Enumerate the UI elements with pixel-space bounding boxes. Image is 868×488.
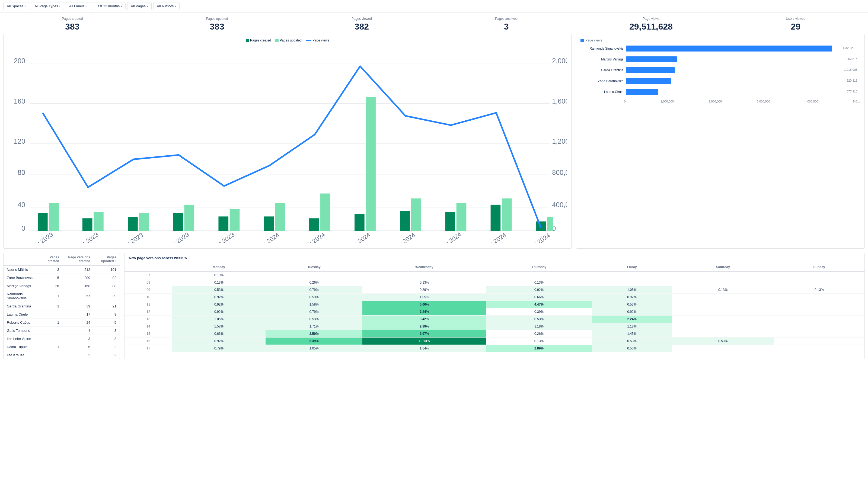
author-name-gerda: Gerda Grantiņa	[583, 68, 626, 72]
bar-created-jun	[491, 205, 501, 231]
cell-name: Lauma Cirule	[3, 310, 39, 318]
heatmap-cell-thursday: 4.47%	[486, 301, 592, 308]
heatmap-cell-wednesday: 1.05%	[362, 293, 486, 301]
author-value-martins: 1,062,814	[844, 57, 858, 61]
table-row: Gerda Grantiņa 1 39 21	[3, 302, 120, 310]
authors-chart: Page views Raimonds Simanovskis 4,328,23…	[576, 34, 865, 249]
heatmap-row: 160.92%5.39%10.13%0.13%0.53%0.53%	[124, 337, 865, 345]
heatmap-cell-tuesday	[266, 271, 362, 279]
authors-table: Pages created Page versions created Page…	[3, 253, 120, 359]
bar-updated-jul	[547, 217, 553, 231]
svg-text:2,000,000: 2,000,000	[552, 57, 567, 65]
heatmap-cell-tuesday: 1.05%	[266, 345, 362, 352]
svg-text:Nov 2023: Nov 2023	[165, 231, 190, 243]
heatmap-cell-monday: 0.92%	[172, 308, 266, 315]
stat-page-views: Page views 29,511,628	[579, 17, 723, 32]
heatmap-cell-sunday	[774, 271, 865, 279]
table-header-row: Pages created Page versions created Page…	[3, 253, 120, 265]
heatmap-hour: 15	[124, 330, 172, 337]
bar-updated-jun	[502, 198, 512, 231]
authors-bar-list: Raimonds Simanovskis 4,328,23… Mārtiņš V…	[581, 45, 860, 95]
filter-all-spaces[interactable]: All Spaces ▾	[3, 2, 29, 10]
stat-pages-archived-value: 3	[434, 22, 579, 32]
heatmap-cell-sunday	[774, 315, 865, 323]
heatmap-cell-sunday: 0.13%	[774, 286, 865, 293]
svg-text:Jan 2024: Jan 2024	[256, 231, 281, 243]
heatmap-cell-monday: 0.13%	[172, 271, 266, 279]
svg-text:Feb 2024: Feb 2024	[301, 231, 326, 243]
bar-created-dec	[218, 216, 228, 231]
cell-pages-updated: 29	[94, 290, 120, 302]
filter-all-spaces-label: All Spaces	[7, 4, 23, 8]
heatmap-hour: 09	[124, 286, 172, 293]
heatmap-cell-tuesday: 1.71%	[266, 323, 362, 330]
filter-all-page-types[interactable]: All Page Types ▾	[31, 2, 64, 10]
heatmap-cell-friday	[592, 279, 672, 286]
heatmap-cell-tuesday: 2.50%	[266, 330, 362, 337]
col-pages-created: Pages created	[39, 253, 62, 265]
author-name-martins: Mārtiņš Vanags	[583, 58, 626, 61]
author-bar-container-raimonds: 4,328,23…	[626, 45, 838, 52]
cell-pages-created	[39, 334, 62, 343]
svg-text:120: 120	[14, 137, 25, 145]
heatmap-cell-thursday: 0.66%	[486, 293, 592, 301]
author-name-zane: Zane Baranovska	[583, 79, 626, 83]
heatmap-row: 170.79%1.05%1.84%2.89%0.53%	[124, 345, 865, 352]
heatmap-cell-wednesday: 0.13%	[362, 279, 486, 286]
bar-created-sep	[83, 218, 93, 231]
cell-pages-updated: 3	[94, 334, 120, 343]
cell-page-versions: 3	[62, 334, 94, 343]
bar-created-may	[445, 212, 455, 231]
table-row: Mārtiņš Vanags 26 168 88	[3, 282, 120, 290]
author-row-martins: Mārtiņš Vanags 1,062,814	[583, 56, 838, 62]
legend-pages-created: Pages created	[246, 38, 271, 42]
col-name	[3, 253, 39, 265]
heatmap-cell-wednesday: 6.97%	[362, 330, 486, 337]
bar-updated-oct	[139, 214, 149, 231]
legend-page-views: Page views	[306, 38, 329, 42]
bar-created-mar	[354, 214, 365, 231]
stat-pages-updated-value: 383	[145, 22, 289, 32]
cell-name: Gatis Tomsons	[3, 326, 39, 334]
filter-all-labels[interactable]: All Labels ▾	[66, 2, 90, 10]
author-bar-container-martins: 1,062,814	[626, 56, 838, 62]
author-name-raimonds: Raimonds Simanovskis	[583, 46, 626, 51]
legend-pages-created-dot	[246, 39, 249, 42]
stat-pages-viewed-label: Pages viewed	[289, 17, 434, 21]
table-row: Ilze Leite-Apine 3 3	[3, 334, 120, 343]
bar-updated-aug	[49, 203, 59, 231]
stat-pages-created-value: 383	[0, 22, 145, 32]
cell-page-versions: 212	[62, 265, 94, 274]
cell-pages-created: 1	[39, 318, 62, 326]
cell-page-versions: 39	[62, 302, 94, 310]
bar-updated-apr	[411, 198, 421, 231]
chart-legend: Pages created Pages updated Page views	[8, 38, 567, 42]
cell-page-versions: 168	[62, 282, 94, 290]
author-name-lauma: Lauma Cirule	[583, 90, 626, 94]
svg-text:Mar 2024: Mar 2024	[346, 231, 372, 243]
heatmap-hour: 12	[124, 308, 172, 315]
heatmap-hour: 17	[124, 345, 172, 352]
chevron-down-icon: ▾	[24, 5, 26, 8]
filter-all-authors-label: All Authors	[157, 4, 174, 8]
heatmap-cell-sunday	[774, 323, 865, 330]
filter-all-pages[interactable]: All Pages ▾	[127, 2, 152, 10]
cell-page-versions: 17	[62, 310, 94, 318]
heatmap-cell-sunday	[774, 337, 865, 345]
filter-last-12-months[interactable]: Last 12 months ▾	[92, 2, 126, 10]
author-value-zane: 920,313	[846, 79, 858, 82]
heatmap-cell-thursday: 0.26%	[486, 330, 592, 337]
heatmap-cell-friday: 1.18%	[592, 323, 672, 330]
heatmap-cell-friday: 0.53%	[592, 345, 672, 352]
chevron-down-icon: ▾	[147, 5, 148, 8]
svg-text:Apr 2024: Apr 2024	[392, 231, 416, 243]
cell-pages-updated: 5	[94, 318, 120, 326]
cell-name: Roberts Čačus	[3, 318, 39, 326]
heatmap-row: 120.92%0.79%7.24%0.39%0.92%	[124, 308, 865, 315]
svg-text:200: 200	[14, 57, 25, 65]
filter-last-12-months-label: Last 12 months	[95, 4, 120, 8]
filter-all-authors[interactable]: All Authors ▾	[153, 2, 180, 10]
table-row: Nauris Mālitis 3 212 101	[3, 265, 120, 274]
heatmap-cell-thursday: 0.39%	[486, 308, 592, 315]
table-body: Nauris Mālitis 3 212 101 Zane Baranovska…	[3, 265, 120, 359]
